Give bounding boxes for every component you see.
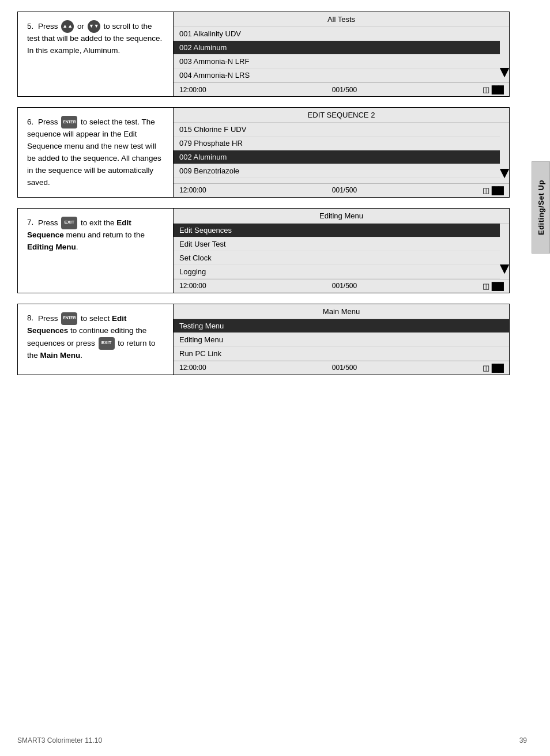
instruction-text-3: 7. Press EXIT to exit the Edit Sequence …: [18, 209, 174, 293]
step-number-3: 7.: [27, 218, 36, 226]
screen-item-2-2: 079 Phosphate HR: [174, 137, 500, 150]
screen-panel-4: Main MenuTesting MenuEditing MenuRun PC …: [174, 304, 509, 375]
footer-count-1: 001/500: [332, 86, 357, 94]
up-arrow-icon: ▲: [61, 20, 74, 33]
scroll-down-arrow: ▼: [496, 64, 513, 80]
items-scroll-area-2: 015 Chlorine F UDV079 Phosphate HR002 Al…: [174, 123, 509, 183]
items-scroll-area-4: Testing MenuEditing MenuRun PC Link: [174, 319, 509, 361]
items-list-4: Testing MenuEditing MenuRun PC Link: [174, 319, 509, 361]
footer-count-2: 001/500: [332, 186, 357, 194]
scroll-bar-1: ▼: [500, 27, 509, 82]
battery-icon-2: ◫▐██: [483, 186, 503, 195]
screen-footer-3: 12:00:00001/500◫▐██: [174, 279, 509, 293]
blocks-container: 5. Press ▲ or ▼ to scroll to the test th…: [17, 12, 510, 375]
footer-right: 39: [519, 736, 527, 744]
screen-item-1-1: 001 Alkalinity UDV: [174, 27, 500, 41]
instruction-block-4: 8. Press ENTER to select Edit Sequences …: [17, 304, 510, 375]
screen-panel-2: EDIT SEQUENCE 2015 Chlorine F UDV079 Pho…: [174, 108, 509, 197]
screen-panel-1: All Tests001 Alkalinity UDV002 Aluminum0…: [174, 12, 509, 96]
enter-button-icon: ENTER: [61, 116, 77, 128]
instruction-text-1: 5. Press ▲ or ▼ to scroll to the test th…: [18, 12, 174, 96]
scroll-down-arrow: ▼: [496, 165, 513, 181]
screen-title-2: EDIT SEQUENCE 2: [174, 108, 509, 123]
footer-count-4: 001/500: [332, 364, 357, 372]
screen-item-3-1: Edit Sequences: [174, 224, 500, 237]
page-content: 5. Press ▲ or ▼ to scroll to the test th…: [0, 0, 527, 409]
battery-icon-4: ◫▐██: [483, 364, 503, 372]
screen-item-4-2: Editing Menu: [174, 333, 509, 347]
screen-footer-1: 12:00:00001/500◫▐██: [174, 82, 509, 96]
footer-count-3: 001/500: [332, 282, 357, 290]
screen-item-2-1: 015 Chlorine F UDV: [174, 123, 500, 137]
screen-panel-3: Editing MenuEdit SequencesEdit User Test…: [174, 209, 509, 293]
screen-item-1-3: 003 Ammonia-N LRF: [174, 55, 500, 69]
step-number-4: 8.: [27, 313, 36, 322]
bold-text: Edit Sequence: [27, 218, 131, 239]
screen-item-4-1: Testing Menu: [174, 319, 509, 333]
side-tab: Editing/Set Up: [532, 161, 550, 254]
items-list-3: Edit SequencesEdit User TestSet ClockLog…: [174, 224, 500, 279]
footer-time-3: 12:00:00: [179, 282, 206, 290]
instruction-block-2: 6. Press ENTER to select the test. The s…: [17, 107, 510, 198]
enter-button-icon: ENTER: [61, 312, 77, 325]
items-scroll-area-3: Edit SequencesEdit User TestSet ClockLog…: [174, 224, 509, 279]
instruction-block-3: 7. Press EXIT to exit the Edit Sequence …: [17, 208, 510, 293]
scroll-down-arrow: ▼: [496, 260, 513, 277]
exit-button-icon: EXIT: [99, 337, 115, 350]
exit-button-icon: EXIT: [61, 217, 77, 229]
items-list-1: 001 Alkalinity UDV002 Aluminum003 Ammoni…: [174, 27, 500, 82]
page-footer: SMART3 Colorimeter 11.10 39: [17, 736, 527, 744]
bold-text: Main Menu: [40, 351, 81, 360]
footer-time-4: 12:00:00: [179, 364, 206, 372]
items-list-2: 015 Chlorine F UDV079 Phosphate HR002 Al…: [174, 123, 500, 183]
scroll-bar-2: ▼: [500, 123, 509, 183]
battery-icon-1: ◫▐██: [483, 85, 503, 94]
scroll-bar-3: ▼: [500, 224, 509, 279]
bold-text: Editing Menu: [27, 243, 76, 251]
battery-icon-3: ◫▐██: [483, 282, 503, 290]
step-number-2: 6.: [27, 118, 36, 126]
step-number-1: 5.: [27, 22, 36, 31]
screen-footer-2: 12:00:00001/500◫▐██: [174, 183, 509, 197]
screen-title-3: Editing Menu: [174, 209, 509, 224]
screen-item-4-3: Run PC Link: [174, 347, 509, 361]
instruction-text-4: 8. Press ENTER to select Edit Sequences …: [18, 304, 174, 375]
instruction-text-2: 6. Press ENTER to select the test. The s…: [18, 108, 174, 197]
screen-item-1-4: 004 Ammonia-N LRS: [174, 69, 500, 82]
down-arrow-icon: ▼: [88, 20, 100, 33]
screen-title-1: All Tests: [174, 12, 509, 27]
screen-item-2-3: 002 Aluminum: [174, 150, 500, 164]
screen-item-1-2: 002 Aluminum: [174, 41, 500, 55]
screen-item-3-3: Set Clock: [174, 251, 500, 265]
items-scroll-area-1: 001 Alkalinity UDV002 Aluminum003 Ammoni…: [174, 27, 509, 82]
footer-time-1: 12:00:00: [179, 86, 206, 94]
screen-item-3-2: Edit User Test: [174, 237, 500, 251]
screen-footer-4: 12:00:00001/500◫▐██: [174, 361, 509, 375]
instruction-block-1: 5. Press ▲ or ▼ to scroll to the test th…: [17, 12, 510, 97]
screen-item-3-4: Logging: [174, 265, 500, 279]
screen-item-2-4: 009 Benzotriazole: [174, 164, 500, 178]
footer-time-2: 12:00:00: [179, 186, 206, 194]
footer-left: SMART3 Colorimeter 11.10: [17, 736, 102, 744]
screen-title-4: Main Menu: [174, 304, 509, 319]
